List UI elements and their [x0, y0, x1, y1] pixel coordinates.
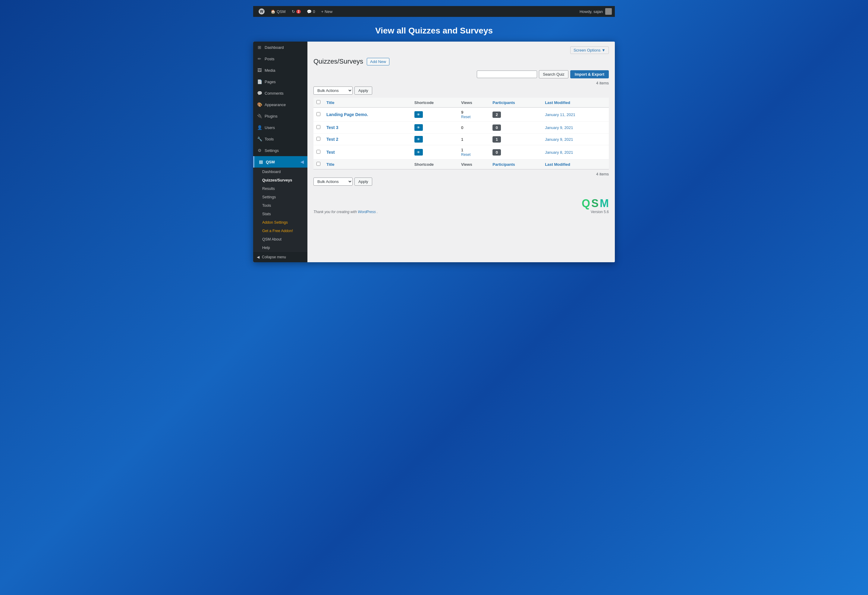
tf-participants[interactable]: Participants — [489, 159, 542, 170]
content-top-bar: Screen Options ▼ — [313, 46, 609, 54]
sidebar-sub-settings[interactable]: Settings — [253, 193, 307, 201]
sidebar-sub-addon-settings[interactable]: Addon Settings — [253, 218, 307, 227]
posts-icon: ✏ — [257, 56, 262, 62]
collapse-menu-button[interactable]: ◀ Collapse menu — [253, 252, 307, 262]
row1-checkbox-cell — [313, 108, 323, 122]
search-quiz-input[interactable] — [477, 71, 537, 78]
row4-shortcode-cell: 👁 — [411, 145, 458, 159]
sidebar-sub-results[interactable]: Results — [253, 185, 307, 193]
row3-participant-badge: 1 — [493, 136, 501, 143]
wp-logo-button[interactable]: W — [256, 6, 267, 17]
tools-icon: 🔧 — [257, 136, 262, 142]
row1-modified-cell: January 11, 2021 — [542, 108, 609, 122]
wordpress-link[interactable]: WordPress — [358, 210, 375, 214]
row1-shortcode-icon[interactable]: 👁 — [415, 111, 423, 118]
sidebar-item-settings[interactable]: ⚙ Settings — [253, 145, 307, 156]
row1-title-link[interactable]: Landing Page Demo. — [326, 112, 368, 117]
row4-shortcode-icon[interactable]: 👁 — [415, 149, 423, 155]
row4-modified-link[interactable]: January 8, 2021 — [545, 150, 573, 155]
new-button[interactable]: + New — [319, 6, 335, 17]
quizzes-table: Title Shortcode Views Participants Last … — [313, 97, 609, 170]
row1-views-cell: 9 Reset — [458, 108, 489, 122]
site-name-button[interactable]: 🏠 QSM — [268, 6, 288, 17]
row4-title-link[interactable]: Test — [326, 150, 335, 155]
row3-checkbox[interactable] — [316, 137, 320, 141]
th-checkbox — [313, 97, 323, 108]
qsm-logo-s: S — [591, 197, 599, 210]
sidebar-label-posts: Posts — [264, 57, 275, 61]
tf-last-modified[interactable]: Last Modified — [542, 159, 609, 170]
sidebar-item-media[interactable]: 🖼 Media — [253, 65, 307, 76]
sidebar-item-tools[interactable]: 🔧 Tools — [253, 133, 307, 145]
sidebar-sub-quizzes-surveys[interactable]: Quizzes/Surveys — [253, 176, 307, 185]
bulk-actions-select-top[interactable]: Bulk Actions Delete — [313, 87, 353, 94]
th-participants[interactable]: Participants — [489, 97, 542, 108]
sidebar-item-users[interactable]: 👤 Users — [253, 122, 307, 133]
bulk-actions-row-bottom: Bulk Actions Delete Apply — [313, 177, 609, 186]
row3-title-link[interactable]: Test 2 — [326, 137, 338, 142]
qsm-arrow-icon: ◀ — [301, 159, 304, 164]
row4-reset-link[interactable]: Reset — [461, 152, 471, 157]
dashboard-icon: ⊞ — [257, 44, 262, 50]
row2-checkbox[interactable] — [316, 125, 320, 129]
comments-button[interactable]: 💬 0 — [304, 6, 317, 17]
content-area: Screen Options ▼ Quizzes/Surveys Add New… — [307, 41, 615, 262]
th-views: Views — [458, 97, 489, 108]
media-icon: 🖼 — [257, 68, 262, 73]
row1-reset-link[interactable]: Reset — [461, 115, 471, 119]
sidebar-sub-tools[interactable]: Tools — [253, 201, 307, 210]
sidebar-item-qsm[interactable]: ▤ QSM ◀ — [253, 156, 307, 168]
row2-shortcode-cell: 👁 — [411, 122, 458, 133]
th-title[interactable]: Title — [323, 97, 411, 108]
sidebar-label-media: Media — [264, 68, 275, 72]
sidebar-item-posts[interactable]: ✏ Posts — [253, 53, 307, 65]
updates-button[interactable]: ↻ 2 — [289, 6, 304, 17]
sidebar-sub-help[interactable]: Help — [253, 244, 307, 252]
row2-modified-link[interactable]: January 9, 2021 — [545, 125, 573, 130]
sidebar-label-users: Users — [264, 125, 275, 130]
table-row: Test 3 👁 0 0 January 9, 2021 — [313, 122, 609, 133]
row4-title-cell: Test Edit | Duplicate | Delete | View Re… — [323, 145, 411, 159]
sidebar-item-comments[interactable]: 💬 Comments — [253, 87, 307, 99]
bulk-apply-button-bottom[interactable]: Apply — [354, 177, 372, 186]
row3-shortcode-icon[interactable]: 👁 — [415, 136, 423, 143]
th-last-modified[interactable]: Last Modified — [542, 97, 609, 108]
sidebar-label-comments: Comments — [264, 91, 283, 96]
sidebar-sub-qsm-about[interactable]: QSM About — [253, 235, 307, 244]
items-count-top: 4 items — [313, 81, 609, 85]
sidebar-sub-stats[interactable]: Stats — [253, 210, 307, 218]
row2-title-link[interactable]: Test 3 — [326, 125, 338, 130]
table-row: Landing Page Demo. Edit | Duplicate | De… — [313, 108, 609, 122]
table-header-row: Title Shortcode Views Participants Last … — [313, 97, 609, 108]
items-count-bottom: 4 items — [313, 172, 609, 176]
sidebar-item-plugins[interactable]: 🔌 Plugins — [253, 110, 307, 122]
add-new-button[interactable]: Add New — [367, 58, 390, 65]
row1-checkbox[interactable] — [316, 112, 320, 116]
content-inner: Screen Options ▼ Quizzes/Surveys Add New… — [307, 41, 615, 193]
select-all-checkbox-bottom[interactable] — [316, 162, 320, 166]
import-export-button[interactable]: Import & Export — [570, 70, 609, 78]
sidebar-item-pages[interactable]: 📄 Pages — [253, 76, 307, 87]
user-avatar[interactable] — [605, 8, 612, 15]
sidebar-item-appearance[interactable]: 🎨 Appearance — [253, 99, 307, 110]
bulk-actions-select-bottom[interactable]: Bulk Actions Delete — [313, 177, 353, 186]
row2-shortcode-icon[interactable]: 👁 — [415, 124, 423, 131]
tf-checkbox — [313, 159, 323, 170]
tf-title[interactable]: Title — [323, 159, 411, 170]
screen-options-button[interactable]: Screen Options ▼ — [570, 46, 609, 54]
updates-badge: 2 — [296, 10, 301, 13]
row4-checkbox[interactable] — [316, 150, 320, 154]
home-icon: 🏠 — [271, 9, 276, 14]
row4-checkbox-cell — [313, 145, 323, 159]
row1-shortcode-cell: 👁 — [411, 108, 458, 122]
sidebar-sub-qsm-dashboard[interactable]: Dashboard — [253, 168, 307, 176]
sidebar-item-dashboard[interactable]: ⊞ Dashboard — [253, 41, 307, 53]
search-quiz-button[interactable]: Search Quiz — [539, 70, 568, 78]
sidebar-sub-free-addon[interactable]: Get a Free Addon! — [253, 227, 307, 235]
select-all-checkbox-top[interactable] — [316, 100, 320, 104]
qsm-logo-m: M — [600, 197, 609, 210]
sidebar-label-dashboard: Dashboard — [264, 45, 284, 50]
bulk-apply-button-top[interactable]: Apply — [354, 87, 372, 94]
row3-modified-link[interactable]: January 9, 2021 — [545, 137, 573, 142]
row1-modified-link[interactable]: January 11, 2021 — [545, 112, 575, 117]
